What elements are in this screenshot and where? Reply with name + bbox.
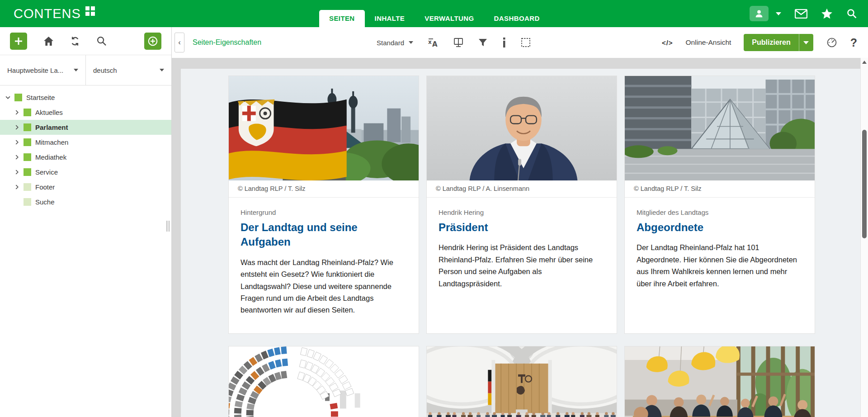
favorites-star-icon[interactable]: [821, 8, 833, 19]
content-toolbar-right: </> Online-Ansicht Publizieren ?: [662, 34, 857, 51]
card-kicker: Mitglieder des Landtags: [637, 208, 803, 216]
teaser-image-meeting: [625, 346, 815, 417]
card-kicker: Hendrik Hering: [439, 208, 605, 216]
user-caret-down-icon[interactable]: [776, 12, 781, 15]
language-select[interactable]: deutsch: [86, 55, 171, 85]
tree-item-label: Service: [35, 168, 58, 176]
tree-item-suche[interactable]: Suche: [0, 194, 171, 209]
tree-item-label: Aktuelles: [35, 109, 63, 116]
teaser-card-sitzplan[interactable]: [228, 346, 419, 417]
publish-button-label: Publizieren: [744, 34, 798, 51]
tab-verwaltung[interactable]: VERWALTUNG: [415, 10, 484, 27]
help-icon[interactable]: ?: [850, 36, 857, 49]
teaser-image-portrait: [427, 76, 617, 180]
filter-icon[interactable]: [478, 38, 487, 47]
tab-seiten[interactable]: SEITEN: [319, 10, 365, 27]
card-title-link[interactable]: Der Landtag und seine Aufgaben: [241, 220, 407, 250]
tree-item-label: Mitmachen: [35, 138, 68, 146]
tree-item-service[interactable]: Service: [0, 165, 171, 180]
contens-logo[interactable]: CONTENS: [14, 5, 95, 22]
tree-item-footer[interactable]: Footer: [0, 180, 171, 194]
tab-inhalte[interactable]: INHALTE: [365, 10, 415, 27]
gauge-icon[interactable]: [826, 37, 838, 48]
teaser-card-abgeordnete[interactable]: © Landtag RLP / T. Silz Mitglieder des L…: [624, 76, 815, 334]
page-tree-panel: Hauptwebsite La... deutsch Startseite Ak…: [0, 27, 172, 417]
teaser-image-flag: [229, 76, 419, 180]
teaser-card-ausschuss[interactable]: [624, 346, 815, 417]
tree-item-label: Footer: [35, 183, 55, 191]
publish-button[interactable]: Publizieren: [744, 34, 813, 51]
home-icon[interactable]: [43, 36, 54, 46]
add-content-button[interactable]: [144, 33, 161, 50]
chevron-right-icon[interactable]: [14, 139, 20, 146]
card-kicker: Hintergrund: [241, 208, 407, 216]
online-view-link[interactable]: Online-Ansicht: [686, 38, 731, 47]
mail-icon[interactable]: [795, 9, 807, 19]
publish-dropdown-toggle[interactable]: [799, 34, 813, 51]
logo-text: CONTENS: [14, 5, 81, 22]
card-body: Hendrik Hering Präsident Hendrik Hering …: [427, 198, 617, 300]
page-icon: [24, 123, 31, 131]
card-body: Mitglieder des Landtags Abgeordnete Der …: [625, 198, 815, 300]
card-title-link[interactable]: Abgeordnete: [637, 220, 803, 235]
page-icon: [24, 153, 31, 161]
reader-view-icon[interactable]: [453, 38, 464, 47]
chevron-right-icon[interactable]: [14, 109, 20, 116]
caret-down-icon: [74, 69, 78, 71]
add-page-button[interactable]: [10, 33, 27, 50]
page-icon-inactive: [24, 198, 31, 206]
preview-scrollbar[interactable]: [860, 58, 868, 417]
card-body: Hintergrund Der Landtag und seine Aufgab…: [229, 198, 419, 327]
tree-item-label: Startseite: [26, 94, 55, 101]
scrollbar-thumb[interactable]: [862, 130, 867, 238]
card-text: Hendrik Hering ist Präsident des Landtag…: [439, 242, 605, 289]
code-view-icon[interactable]: </>: [662, 39, 673, 47]
header-search-icon[interactable]: [846, 8, 857, 19]
page-icon-inactive: [24, 183, 31, 191]
tree-item-startseite[interactable]: Startseite: [0, 90, 171, 105]
app-header: CONTENS SEITEN INHALTE VERWALTUNG DASHBO…: [0, 0, 868, 27]
svg-text:x: x: [428, 39, 432, 45]
logo-squares-icon: [85, 6, 95, 16]
card-title-link[interactable]: Präsident: [439, 220, 605, 235]
tree-item-aktuelles[interactable]: Aktuelles: [0, 105, 171, 120]
user-avatar-button[interactable]: [750, 6, 769, 21]
chevron-right-icon[interactable]: [14, 124, 20, 131]
chevron-down-icon[interactable]: [5, 94, 11, 101]
teaser-card-plenarsaal[interactable]: [426, 346, 617, 417]
selection-marquee-icon[interactable]: [521, 38, 531, 47]
card-text: Der Landtag Rheinland-Pfalz hat 101 Abge…: [637, 242, 803, 289]
caret-down-icon: [803, 41, 809, 44]
tree-item-label: Suche: [35, 198, 55, 206]
svg-text:A: A: [432, 40, 438, 47]
chevron-placeholder: [14, 199, 20, 205]
scrollbar-up-arrow[interactable]: [862, 61, 867, 64]
page-properties-link[interactable]: Seiten-Eigenschaften: [193, 38, 261, 47]
template-select[interactable]: Standard: [377, 39, 413, 47]
info-icon[interactable]: [502, 38, 506, 47]
tree-item-mediathek[interactable]: Mediathek: [0, 150, 171, 165]
page-tree: Startseite Aktuelles Parlament Mitmachen: [0, 85, 171, 209]
image-credit: © Landtag RLP / T. Silz: [625, 180, 815, 198]
refresh-icon[interactable]: [70, 36, 80, 46]
site-select[interactable]: Hauptwebsite La...: [0, 55, 86, 85]
plus-icon: [14, 37, 23, 46]
translate-icon[interactable]: xA: [428, 38, 439, 47]
teaser-card-landtag[interactable]: © Landtag RLP / T. Silz Hintergrund Der …: [228, 76, 419, 334]
chevron-right-icon[interactable]: [14, 184, 20, 190]
tab-dashboard[interactable]: DASHBOARD: [484, 10, 550, 27]
page-icon: [24, 138, 31, 146]
chevron-right-icon[interactable]: [14, 154, 20, 161]
chevron-right-icon[interactable]: [14, 169, 20, 175]
tree-search-icon[interactable]: [96, 36, 107, 46]
teaser-card-praesident[interactable]: © Landtag RLP / A. Linsenmann Hendrik He…: [426, 76, 617, 334]
panel-splitter-handle[interactable]: [166, 221, 170, 232]
tree-item-parlament[interactable]: Parlament: [0, 120, 171, 135]
collapse-panel-button[interactable]: ‹: [175, 33, 184, 52]
page-preview-frame: © Landtag RLP / T. Silz Hintergrund Der …: [172, 58, 860, 417]
caret-down-icon: [409, 41, 413, 44]
tree-item-mitmachen[interactable]: Mitmachen: [0, 135, 171, 150]
teaser-image-building: [625, 76, 815, 180]
tree-toolbar: [0, 27, 171, 55]
tree-filters: Hauptwebsite La... deutsch: [0, 55, 171, 85]
